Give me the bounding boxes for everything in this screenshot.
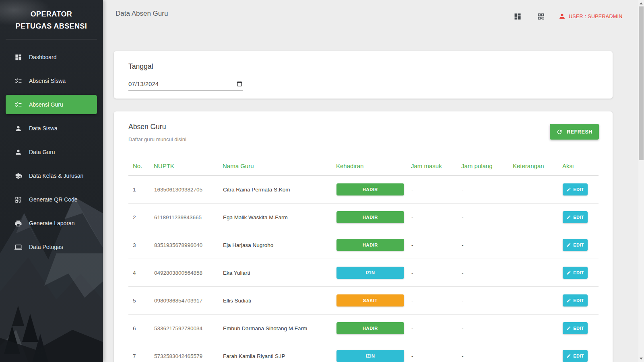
cell-kehadiran: SAKIT bbox=[336, 287, 411, 315]
calendar-icon[interactable] bbox=[237, 81, 242, 86]
cell-keterangan bbox=[513, 231, 562, 259]
cell-jam-pulang: - bbox=[461, 204, 513, 231]
edit-icon bbox=[566, 270, 571, 275]
person-icon bbox=[558, 12, 566, 20]
cell-jam-masuk: - bbox=[411, 204, 461, 231]
sidebar: OPERATOR PETUGAS ABSENSI DashboardAbsens… bbox=[0, 0, 103, 362]
status-badge: HADIR bbox=[336, 183, 404, 195]
edit-icon bbox=[566, 326, 571, 331]
column-header-kehadiran: Kehadiran bbox=[336, 158, 411, 176]
sidebar-item-generate-qr-code[interactable]: Generate QR Code bbox=[6, 190, 97, 209]
attendance-table-card: Absen Guru Daftar guru muncul disini REF… bbox=[114, 111, 613, 362]
refresh-button[interactable]: REFRESH bbox=[550, 124, 599, 140]
edit-button[interactable]: EDIT bbox=[563, 350, 588, 362]
sidebar-item-label: Data Kelas & Jurusan bbox=[29, 173, 83, 179]
status-badge: IZIN bbox=[336, 350, 404, 362]
cell-nuptk: 0492803800564858 bbox=[154, 259, 223, 287]
cell-jam-pulang: - bbox=[461, 176, 513, 204]
user-chip[interactable]: USER : SUPERADMIN bbox=[558, 12, 623, 20]
edit-button[interactable]: EDIT bbox=[563, 211, 588, 223]
cell-aksi: EDIT bbox=[562, 176, 599, 204]
edit-button[interactable]: EDIT bbox=[563, 239, 588, 251]
sidebar-item-data-kelas-jurusan[interactable]: Data Kelas & Jurusan bbox=[6, 166, 97, 185]
user-label: USER : SUPERADMIN bbox=[569, 14, 623, 19]
cell-keterangan bbox=[513, 315, 562, 342]
refresh-button-label: REFRESH bbox=[567, 129, 592, 135]
sidebar-item-label: Data Guru bbox=[29, 149, 55, 155]
cell-kehadiran: HADIR bbox=[336, 231, 411, 259]
scrollbar-thumb[interactable] bbox=[639, 6, 644, 160]
qr-shortcut-button[interactable] bbox=[537, 12, 545, 21]
scrollbar-up-arrow-icon[interactable] bbox=[640, 2, 643, 4]
cell-no: 3 bbox=[128, 231, 154, 259]
sidebar-item-generate-laporan[interactable]: Generate Laporan bbox=[6, 214, 97, 233]
sidebar-item-absensi-siswa[interactable]: Absensi Siswa bbox=[6, 71, 97, 90]
edit-button[interactable]: EDIT bbox=[563, 183, 588, 195]
checklist-icon bbox=[14, 77, 22, 85]
edit-button-label: EDIT bbox=[573, 270, 584, 275]
sidebar-title: OPERATOR PETUGAS ABSENSI bbox=[0, 0, 103, 32]
edit-button[interactable]: EDIT bbox=[563, 294, 588, 306]
vertical-scrollbar[interactable] bbox=[638, 0, 644, 362]
sidebar-item-label: Absensi Siswa bbox=[29, 78, 66, 84]
cell-aksi: EDIT bbox=[562, 204, 599, 231]
status-badge: HADIR bbox=[336, 239, 404, 251]
cell-jam-pulang: - bbox=[461, 287, 513, 315]
table-row: 40492803800564858Eka YuliartiIZIN--EDIT bbox=[128, 259, 599, 287]
table-row: 38351935678996040Eja Harjasa NugrohoHADI… bbox=[128, 231, 599, 259]
cell-keterangan bbox=[513, 287, 562, 315]
sidebar-item-dashboard[interactable]: Dashboard bbox=[6, 47, 97, 67]
edit-button[interactable]: EDIT bbox=[563, 267, 588, 279]
dashboard-shortcut-button[interactable] bbox=[514, 12, 522, 21]
dashboard-icon bbox=[514, 12, 522, 21]
edit-button[interactable]: EDIT bbox=[563, 322, 588, 334]
table-row: 26118911239843665Ega Malik Waskita M.Far… bbox=[128, 204, 599, 231]
cell-aksi: EDIT bbox=[562, 315, 599, 342]
edit-button-label: EDIT bbox=[573, 243, 584, 247]
column-header-nuptk: NUPTK bbox=[154, 158, 223, 176]
school-icon bbox=[14, 172, 22, 180]
sidebar-item-data-siswa[interactable]: Data Siswa bbox=[6, 119, 97, 138]
sidebar-item-absensi-guru[interactable]: Absensi Guru bbox=[6, 95, 97, 114]
cell-jam-masuk: - bbox=[411, 287, 461, 315]
cell-aksi: EDIT bbox=[562, 287, 599, 315]
user-icon bbox=[558, 12, 566, 20]
page-title: Data Absen Guru bbox=[116, 10, 168, 18]
printer-icon bbox=[14, 220, 22, 227]
checklist-icon bbox=[14, 101, 22, 109]
sidebar-item-data-petugas[interactable]: Data Petugas bbox=[6, 237, 97, 257]
column-header-nama-guru: Nama Guru bbox=[223, 158, 336, 176]
cell-kehadiran: IZIN bbox=[336, 342, 411, 362]
table-card-title: Absen Guru bbox=[128, 123, 166, 131]
cell-no: 6 bbox=[128, 315, 154, 342]
cell-keterangan bbox=[513, 176, 562, 204]
cell-nama-guru: Citra Raina Permata S.Kom bbox=[223, 176, 336, 204]
cell-no: 2 bbox=[128, 204, 154, 231]
cell-aksi: EDIT bbox=[562, 259, 599, 287]
date-input[interactable]: 07/13/2024 bbox=[128, 77, 243, 91]
scrollbar-down-arrow-icon[interactable] bbox=[640, 358, 643, 360]
cell-nama-guru: Embuh Darmana Sihotang M.Farm bbox=[223, 315, 336, 342]
edit-button-label: EDIT bbox=[573, 354, 584, 358]
edit-icon bbox=[566, 354, 571, 358]
cell-nuptk: 6118911239843665 bbox=[154, 204, 223, 231]
cell-aksi: EDIT bbox=[562, 342, 599, 362]
cell-jam-masuk: - bbox=[411, 342, 461, 362]
cell-nama-guru: Farah Kamila Riyanti S.IP bbox=[223, 342, 336, 362]
edit-icon bbox=[566, 215, 571, 220]
calendar-icon bbox=[237, 81, 242, 86]
table-card-subtitle: Daftar guru muncul disini bbox=[128, 136, 186, 142]
date-filter-label: Tanggal bbox=[128, 62, 153, 71]
sidebar-item-data-guru[interactable]: Data Guru bbox=[6, 142, 97, 162]
column-header-jam-masuk: Jam masuk bbox=[411, 158, 461, 176]
cell-nama-guru: Ellis Sudiati bbox=[223, 287, 336, 315]
sidebar-item-label: Absensi Guru bbox=[29, 101, 63, 108]
cell-no: 5 bbox=[128, 287, 154, 315]
table-body: 11635061309382705Citra Raina Permata S.K… bbox=[128, 176, 599, 362]
qr-icon bbox=[14, 196, 22, 204]
cell-nama-guru: Ega Malik Waskita M.Farm bbox=[223, 204, 336, 231]
edit-button-label: EDIT bbox=[573, 326, 584, 331]
cell-nuptk: 5336217592780034 bbox=[154, 315, 223, 342]
sidebar-menu: DashboardAbsensi SiswaAbsensi GuruData S… bbox=[0, 39, 103, 257]
edit-button-label: EDIT bbox=[573, 298, 584, 303]
